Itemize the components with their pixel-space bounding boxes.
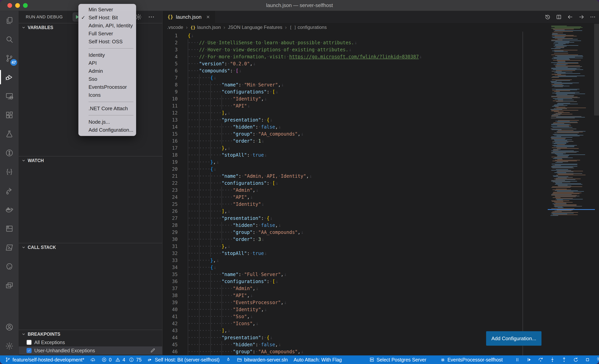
code-line[interactable]: 1{↓ [162, 32, 599, 39]
code-line[interactable]: 15················"group":·"AA_compounds… [162, 131, 599, 138]
breakpoint-checkbox[interactable] [26, 340, 32, 345]
code-line[interactable]: 34········{↓ [162, 264, 599, 271]
minimap[interactable] [549, 26, 594, 222]
code-line[interactable]: 5····"version":·"0.2.0",↓ [162, 60, 599, 67]
activity-bar-item-docker[interactable] [0, 200, 19, 219]
pause-icon[interactable] [514, 357, 520, 363]
watch-section-header[interactable]: WATCH [19, 156, 162, 165]
call-stack-section-header[interactable]: CALL STACK [19, 243, 162, 251]
code-line[interactable]: 30················"order":·3↓ [162, 236, 599, 243]
debug-toolbar[interactable] [514, 357, 590, 363]
split-editor-icon[interactable] [556, 14, 562, 20]
code-line[interactable]: 40················"Identity",↓ [162, 306, 599, 313]
code-line[interactable]: 37················"Admin",↓ [162, 285, 599, 292]
problems-status[interactable]: 0475 [101, 357, 141, 363]
code-line[interactable]: 14················"hidden":·false,↓ [162, 124, 599, 131]
menu-item-node-js-[interactable]: Node.js... [78, 118, 136, 126]
menu-item-add-configuration-[interactable]: Add Configuration... [78, 126, 136, 134]
code-line[interactable]: 32············"stopAll":·true↓ [162, 250, 599, 257]
code-line[interactable]: 19········},↓ [162, 159, 599, 166]
code-line[interactable]: 41················"Sso",↓ [162, 313, 599, 320]
continue-icon[interactable] [526, 357, 532, 363]
editor-scrollbar[interactable] [594, 24, 599, 115]
code-line[interactable]: 31············},↓ [162, 243, 599, 250]
code-line[interactable]: 13············"presentation":·{↓ [162, 116, 599, 124]
menu-item--net-core-attach[interactable]: .NET Core Attach [78, 105, 136, 113]
edit-breakpoint-pencil-icon[interactable] [150, 348, 156, 354]
code-line[interactable]: 21············"name":·"Admin,·API,·Ident… [162, 173, 599, 180]
code-line[interactable]: 9············"configurations":·[↓ [162, 88, 599, 95]
sidebar-more-actions-icon[interactable] [148, 13, 155, 21]
code-line[interactable]: 2····//·Use·IntelliSense·to·learn·about·… [162, 39, 599, 46]
menu-item-sso[interactable]: Sso [78, 75, 136, 83]
code-line[interactable]: 27············"presentation":·{↓ [162, 215, 599, 222]
activity-bar-item-remote-explorer[interactable] [0, 87, 19, 106]
breakpoints-section-header[interactable]: BREAKPOINTS [19, 330, 162, 338]
code-line[interactable]: 24················"API",↓ [162, 194, 599, 201]
code-line[interactable]: 8············"name":·"Min·Server",↓ [162, 81, 599, 88]
menu-item-identity[interactable]: Identity [78, 51, 136, 59]
code-line[interactable]: 42················"Icons",↓ [162, 320, 599, 327]
menu-item-min-server[interactable]: Min Server [78, 6, 136, 14]
menu-item-eventsprocessor[interactable]: EventsProcessor [78, 83, 136, 91]
code-line[interactable]: 12············],↓ [162, 109, 599, 116]
step-over-icon[interactable] [538, 357, 544, 363]
restart-icon[interactable] [573, 357, 579, 363]
menu-item-self-host-bit[interactable]: ✓Self Host: Bit [78, 14, 136, 22]
breadcrumb-item-configurations[interactable]: [ ]configurations [290, 25, 327, 30]
activity-bar-item-powershell[interactable] [0, 238, 19, 257]
ellipsis-icon[interactable] [590, 14, 596, 20]
activity-bar-item-window-layouts[interactable] [0, 276, 19, 295]
activity-bar-item-settings[interactable] [0, 337, 19, 355]
add-configuration-button[interactable]: Add Configuration... [486, 331, 541, 346]
activity-bar-item-extensions[interactable] [0, 106, 19, 124]
activity-bar-item-live-share[interactable] [0, 181, 19, 200]
activity-bar-item-postgresql[interactable] [0, 257, 19, 276]
step-out-icon[interactable] [561, 357, 567, 363]
code-line[interactable]: 36············"configurations":·[↓ [162, 278, 599, 285]
history-icon[interactable] [544, 14, 551, 20]
menu-item-icons[interactable]: Icons [78, 91, 136, 99]
activity-bar-item-search[interactable] [0, 30, 19, 49]
code-line[interactable]: 46················"group":·"AA_compounds… [162, 348, 599, 355]
arrow-right-icon[interactable] [578, 14, 585, 20]
activity-bar-item-run-and-debug[interactable] [0, 68, 19, 87]
code-line[interactable]: 17············},↓ [162, 144, 599, 151]
tab-launch-json[interactable]: {} launch.json [162, 11, 216, 23]
spell-gear-icon[interactable] [596, 356, 599, 363]
step-into-icon[interactable] [549, 357, 555, 363]
activity-bar-item-explorer[interactable] [0, 11, 19, 30]
code-line[interactable]: 16················"order":·1↓ [162, 138, 599, 144]
code-line[interactable]: 6····"compounds":·[↓ [162, 67, 599, 74]
code-line[interactable]: 29················"group":·"AA_compounds… [162, 229, 599, 236]
activity-bar-item-account[interactable] [0, 318, 19, 337]
status-item-select-postgres-server[interactable]: Select Postgres Server [369, 357, 426, 363]
status-item-auto-attach-with-flag[interactable]: Auto Attach: With Flag [294, 357, 342, 363]
activity-bar-item-storage[interactable] [0, 219, 19, 238]
code-line[interactable]: 33········},↓ [162, 257, 599, 264]
status-item-cloud-upload[interactable] [90, 357, 96, 363]
code-line[interactable]: 23················"Admin",↓ [162, 187, 599, 194]
code-line[interactable]: 22············"configurations":·[↓ [162, 180, 599, 187]
activity-bar-item-source-control[interactable]: 47 [0, 49, 19, 68]
code-line[interactable]: 38················"API",↓ [162, 292, 599, 299]
status-item-eventsprocessor-selfhost[interactable]: EventsProcessor-selfhost [440, 357, 503, 363]
breakpoint-row[interactable]: All Exceptions [19, 338, 162, 346]
code-line[interactable]: 4····//·For·more·information,·visit:·htt… [162, 53, 599, 60]
breakpoint-checkbox[interactable] [26, 348, 32, 353]
code-line[interactable]: 20········{↓ [162, 166, 599, 173]
menu-item-admin-api-identity[interactable]: Admin, API, Identity [78, 22, 136, 30]
menu-item-self-host-oss[interactable]: Self Host: OSS [78, 38, 136, 46]
status-item-bitwarden-server-sln[interactable]: bitwarden-server.sln [237, 357, 288, 363]
menu-item-full-server[interactable]: Full Server [78, 30, 136, 38]
breadcrumb-item-launch-json[interactable]: {}launch.json [190, 25, 221, 30]
code-editor[interactable]: 1{↓2····//·Use·IntelliSense·to·learn·abo… [162, 32, 599, 355]
code-line[interactable]: 39················"EventsProcessor",↓ [162, 299, 599, 306]
code-line[interactable]: 25················"Identity"↓ [162, 201, 599, 208]
code-line[interactable]: 35············"name":·"Full·Server",↓ [162, 271, 599, 278]
menu-item-admin[interactable]: Admin [78, 67, 136, 75]
breadcrumb-item-json-language-features[interactable]: JSON Language Features [228, 25, 282, 30]
breakpoint-row[interactable]: User-Unhandled Exceptions [19, 346, 162, 355]
close-tab-icon[interactable] [206, 15, 210, 19]
status-item-flame[interactable] [225, 357, 231, 363]
